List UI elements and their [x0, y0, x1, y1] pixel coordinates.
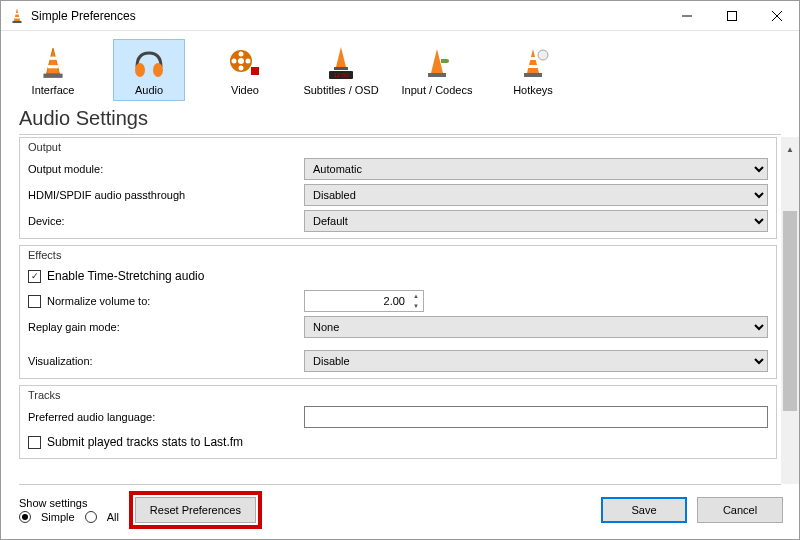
reset-highlight-annotation: Reset Preferences: [129, 491, 262, 529]
preferred-lang-input[interactable]: [304, 406, 768, 428]
window-title: Simple Preferences: [31, 9, 664, 23]
section-label: Effects: [20, 246, 776, 264]
svg-point-16: [239, 52, 244, 57]
hotkeys-cone-icon: [513, 44, 553, 82]
svg-rect-26: [428, 73, 446, 77]
radio-simple-label: Simple: [41, 511, 75, 523]
close-button[interactable]: [754, 1, 799, 30]
preferred-lang-label: Preferred audio language:: [28, 411, 304, 423]
svg-rect-10: [48, 65, 59, 68]
passthrough-select[interactable]: Disabled: [304, 184, 768, 206]
replay-gain-label: Replay gain mode:: [28, 321, 304, 333]
svg-point-18: [232, 59, 237, 64]
svg-rect-20: [251, 67, 259, 75]
device-select[interactable]: Default: [304, 210, 768, 232]
radio-all-label: All: [107, 511, 119, 523]
normalize-checkbox[interactable]: [28, 295, 41, 308]
page-title: Audio Settings: [1, 107, 799, 132]
svg-rect-30: [524, 73, 542, 77]
section-effects: Effects ✓ Enable Time-Stretching audio N…: [19, 245, 777, 379]
svg-rect-29: [528, 65, 538, 68]
svg-marker-27: [527, 49, 539, 73]
section-label: Output: [20, 138, 776, 156]
svg-rect-22: [334, 67, 348, 70]
category-audio[interactable]: Audio: [113, 39, 185, 101]
section-label: Tracks: [20, 386, 776, 404]
visualization-label: Visualization:: [28, 355, 304, 367]
headphones-icon: [129, 44, 169, 82]
svg-point-15: [238, 58, 244, 64]
category-hotkeys[interactable]: Hotkeys: [497, 39, 569, 101]
reset-preferences-button[interactable]: Reset Preferences: [135, 497, 256, 523]
passthrough-label: HDMI/SPDIF audio passthrough: [28, 189, 304, 201]
app-icon: [9, 8, 25, 24]
window-controls: [664, 1, 799, 30]
save-button[interactable]: Save: [601, 497, 687, 523]
divider: [19, 134, 781, 135]
cone-icon: [33, 44, 73, 82]
svg-point-19: [246, 59, 251, 64]
titlebar: Simple Preferences: [1, 1, 799, 31]
settings-panel: Output Output module: Automatic HDMI/SPD…: [1, 137, 781, 484]
svg-text:12:00: 12:00: [333, 72, 349, 78]
section-output: Output Output module: Automatic HDMI/SPD…: [19, 137, 777, 239]
radio-simple[interactable]: [19, 511, 31, 523]
section-tracks: Tracks Preferred audio language: Submit …: [19, 385, 777, 459]
show-settings-label: Show settings: [19, 497, 119, 509]
device-label: Device:: [28, 215, 304, 227]
show-settings-group: Show settings Simple All: [19, 497, 119, 523]
normalize-label: Normalize volume to:: [47, 295, 150, 307]
replay-gain-select[interactable]: None: [304, 316, 768, 338]
footer: Show settings Simple All Reset Preferenc…: [1, 485, 799, 539]
category-subtitles[interactable]: 12:00 Subtitles / OSD: [305, 39, 377, 101]
lastfm-label: Submit played tracks stats to Last.fm: [47, 435, 243, 449]
svg-rect-11: [43, 74, 62, 78]
svg-point-17: [239, 66, 244, 71]
svg-rect-1: [15, 13, 19, 15]
content-area: Output Output module: Automatic HDMI/SPD…: [1, 137, 799, 484]
normalize-value-input[interactable]: [304, 290, 424, 312]
output-module-select[interactable]: Automatic: [304, 158, 768, 180]
vertical-scrollbar[interactable]: ▲: [781, 137, 799, 484]
scrollbar-thumb[interactable]: [783, 211, 797, 411]
minimize-button[interactable]: [664, 1, 709, 30]
scroll-up-arrow[interactable]: ▲: [782, 141, 798, 157]
svg-rect-9: [49, 57, 58, 60]
svg-point-13: [153, 63, 163, 77]
lastfm-checkbox[interactable]: [28, 436, 41, 449]
svg-point-31: [538, 50, 548, 60]
svg-rect-2: [15, 17, 20, 19]
cancel-button[interactable]: Cancel: [697, 497, 783, 523]
category-bar: Interface Audio Video 12:00 Subtitles / …: [1, 31, 799, 107]
svg-rect-5: [727, 11, 736, 20]
output-module-label: Output module:: [28, 163, 304, 175]
category-codecs[interactable]: Input / Codecs: [401, 39, 473, 101]
film-reel-icon: [225, 44, 265, 82]
time-stretch-label: Enable Time-Stretching audio: [47, 269, 204, 283]
category-video[interactable]: Video: [209, 39, 281, 101]
svg-marker-0: [14, 9, 20, 21]
subtitle-display-icon: 12:00: [321, 44, 361, 82]
radio-all[interactable]: [85, 511, 97, 523]
svg-rect-28: [529, 57, 537, 60]
svg-point-12: [135, 63, 145, 77]
category-interface[interactable]: Interface: [17, 39, 89, 101]
maximize-button[interactable]: [709, 1, 754, 30]
preferences-window: Simple Preferences Interface Audio: [0, 0, 800, 540]
normalize-spinner[interactable]: ▲▼: [409, 291, 423, 311]
time-stretch-checkbox[interactable]: ✓: [28, 270, 41, 283]
visualization-select[interactable]: Disable: [304, 350, 768, 372]
svg-marker-8: [47, 48, 60, 74]
svg-rect-3: [13, 21, 22, 23]
puzzle-cone-icon: [417, 44, 457, 82]
svg-marker-21: [336, 47, 346, 67]
